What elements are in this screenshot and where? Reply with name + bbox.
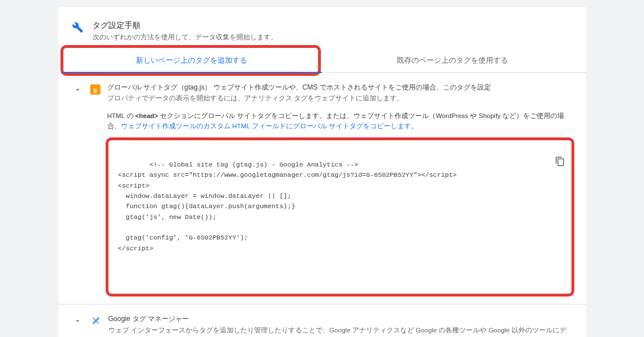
section-description: ウェブ インターフェースからタグを追加したり管理したりすることで、Google … [108,325,573,337]
section-note: HTML の <head> セクションにグローバル サイトタグをコピーします。ま… [107,111,573,132]
code-content: <!-- Global site tag (gtag.js) - Google … [118,161,457,252]
expand-icon[interactable] [72,317,83,325]
tab-label: 既存のページ上のタグを使用する [397,56,508,64]
tab-label: 新しいページ上のタグを追加する [136,56,247,64]
note-head-tag: <head> [135,112,158,119]
copy-button[interactable] [515,145,565,180]
code-snippet-box: <!-- Global site tag (gtag.js) - Google … [107,139,573,295]
header-title: タグ設定手順 [92,21,277,31]
note-text: HTML の [107,112,135,119]
tag-instructions-card: タグ設定手順 次のいずれかの方法を使用して、データ収集を開始します。 新しいペー… [58,7,586,337]
analytics-badge-icon: g [90,84,100,95]
collapse-icon[interactable] [72,86,83,94]
tabs: 新しいページ上のタグを追加する 既存のページ上のタグを使用する [58,48,586,73]
header-subtitle: 次のいずれかの方法を使用して、データ収集を開始します。 [92,33,277,42]
section-description: プロパティでデータの表示を開始するには、アナリティクス タグをウェブサイトに追加… [107,93,573,103]
wrench-icon [72,22,83,35]
gtm-icon [90,315,102,326]
tab-existing-tag[interactable]: 既存のページ上のタグを使用する [322,48,583,72]
global-site-tag-section: g グローバル サイトタグ（gtag.js） ウェブサイト作成ツールや、CMS … [58,73,586,304]
section-title: グローバル サイトタグ（gtag.js） ウェブサイト作成ツールや、CMS でホ… [107,82,573,93]
custom-html-link[interactable]: ウェブサイト作成ツールのカスタム HTML フィールドにグローバル サイトタグを… [121,123,418,129]
gtm-section[interactable]: Google タグ マネージャー ウェブ インターフェースからタグを追加したり管… [58,304,586,337]
card-header: タグ設定手順 次のいずれかの方法を使用して、データ収集を開始します。 [58,7,586,48]
section-title: Google タグ マネージャー [108,314,573,324]
tab-new-tag[interactable]: 新しいページ上のタグを追加する [62,48,323,72]
